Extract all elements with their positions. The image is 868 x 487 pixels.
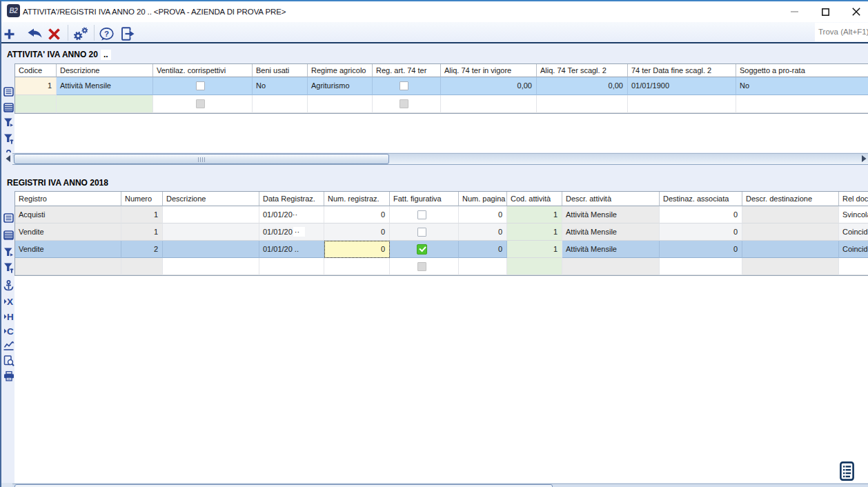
cell-ventilaz-corrispettivi[interactable] <box>153 95 253 113</box>
cell-data-registraz[interactable]: 01/01/20·· <box>259 223 324 241</box>
cell-num-pagina[interactable] <box>459 258 507 275</box>
cell-descrizione[interactable]: Attività Mensile <box>57 77 153 95</box>
print-preview-icon[interactable] <box>3 355 14 366</box>
cell-data-registraz[interactable] <box>259 258 324 275</box>
cell-descr-attivita[interactable] <box>562 258 660 275</box>
cell-cod-attivita[interactable] <box>507 258 562 275</box>
cell-descr-destinazione[interactable] <box>742 258 839 275</box>
chart-icon[interactable] <box>3 341 14 351</box>
exit-button[interactable] <box>119 25 137 43</box>
cell-aliq-74-ter[interactable] <box>441 95 537 113</box>
filter-edit-icon[interactable] <box>3 134 14 144</box>
cell-num-pagina[interactable]: 0 <box>459 241 507 258</box>
cell-cod-attivita[interactable]: 1 <box>507 223 562 241</box>
cell-regime-agricolo[interactable] <box>308 95 373 113</box>
scrollbar-thumb[interactable] <box>14 154 389 164</box>
detach-h-icon[interactable]: H <box>3 311 14 321</box>
cell-rel-doc[interactable]: Coincide <box>839 223 868 241</box>
cell-74-ter-data-fine[interactable] <box>628 95 736 113</box>
cell-fatt-figurativa[interactable] <box>390 241 459 258</box>
column-header-soggetto-pro-rata[interactable]: Soggetto a pro-rata <box>736 64 868 77</box>
grid2-horizontal-scrollbar[interactable] <box>1 483 868 487</box>
settings-button[interactable] <box>72 25 90 43</box>
cell-num-registraz[interactable]: 0 <box>324 206 390 223</box>
column-header-destinaz-associata[interactable]: Destinaz. associata <box>660 192 742 206</box>
cell-descr-attivita[interactable]: Attività Mensile <box>562 241 660 258</box>
cell-beni-usati[interactable] <box>253 95 308 113</box>
cell-descrizione[interactable] <box>163 223 259 241</box>
scrollbar-thumb[interactable] <box>14 484 553 487</box>
column-header-fatt-figurativa[interactable]: Fatt. figurativa <box>390 192 459 206</box>
cell-destinaz-associata[interactable]: 0 <box>660 241 742 258</box>
column-header-numero[interactable]: Numero <box>121 192 163 206</box>
cell-num-registraz-focused[interactable]: 0 <box>324 241 390 258</box>
cell-numero[interactable]: 2 <box>121 241 163 258</box>
add-button[interactable] <box>0 25 18 43</box>
close-button[interactable] <box>845 1 868 22</box>
cell-descrizione[interactable] <box>163 241 259 258</box>
cell-reg-art-74-ter[interactable] <box>373 95 441 113</box>
checkbox-unchecked[interactable] <box>417 210 426 219</box>
column-header-data-registraz[interactable]: Data Registraz. <box>259 192 324 206</box>
cell-data-registraz[interactable]: 01/01/20·· <box>259 206 324 223</box>
help-button[interactable]: ? <box>97 25 115 43</box>
cell-destinaz-associata[interactable]: 0 <box>660 206 742 223</box>
cell-destinaz-associata[interactable]: 0 <box>660 223 742 241</box>
table-view-icon[interactable] <box>3 230 14 240</box>
cell-registro[interactable] <box>15 258 121 275</box>
cell-descrizione[interactable] <box>57 95 153 113</box>
scroll-left-icon[interactable] <box>6 155 11 162</box>
cell-cod-attivita[interactable]: 1 <box>507 241 562 258</box>
column-header-num-pagina[interactable]: Num. pagina <box>459 192 507 206</box>
cell-rel-doc[interactable]: Svincola <box>839 206 868 223</box>
checkbox-unchecked[interactable] <box>196 81 205 90</box>
cell-soggetto-pro-rata[interactable] <box>736 95 868 113</box>
column-header-aliq-74-ter[interactable]: Aliq. 74 ter in vigore <box>441 64 537 77</box>
column-header-cod-attivita[interactable]: Cod. attività <box>507 192 562 206</box>
print-icon[interactable] <box>3 371 14 381</box>
column-header-registro[interactable]: Registro <box>15 192 121 206</box>
cell-regime-agricolo[interactable]: Agriturismo <box>308 77 373 95</box>
column-header-descr-destinazione[interactable]: Descr. destinazione <box>742 192 839 206</box>
document-list-icon[interactable] <box>840 461 854 481</box>
cell-soggetto-pro-rata[interactable]: No <box>736 77 868 95</box>
cell-descr-destinazione[interactable] <box>742 206 839 223</box>
column-header-beni-usati[interactable]: Beni usati <box>253 64 308 77</box>
column-header-ventilaz[interactable]: Ventilaz. corrispettivi <box>153 64 253 77</box>
cell-74-ter-data-fine[interactable]: 01/01/1900 <box>628 77 736 95</box>
cell-cod-attivita[interactable]: 1 <box>507 206 562 223</box>
cell-descr-attivita[interactable]: Attività Mensile <box>562 206 660 223</box>
filter-edit-icon[interactable] <box>3 263 14 273</box>
maximize-button[interactable] <box>813 1 837 22</box>
record-view-icon[interactable] <box>3 86 14 97</box>
cell-numero[interactable]: 1 <box>121 206 163 223</box>
undo-button[interactable] <box>26 25 43 43</box>
cell-registro[interactable]: Acquisti <box>15 206 121 223</box>
cell-num-registraz[interactable] <box>324 258 390 275</box>
cell-aliq-74-ter[interactable]: 0,00 <box>441 77 537 95</box>
cell-numero[interactable]: 1 <box>121 223 163 241</box>
column-header-codice[interactable]: Codice <box>15 64 57 77</box>
cell-num-pagina[interactable]: 0 <box>459 223 507 241</box>
cell-num-registraz[interactable]: 0 <box>324 223 390 241</box>
cell-registro[interactable]: Vendite <box>15 223 121 241</box>
column-header-rel-doc[interactable]: Rel doc. <box>839 192 868 206</box>
cell-data-registraz[interactable]: 01/01/20 .. <box>259 241 324 258</box>
cell-destinaz-associata[interactable] <box>660 258 742 275</box>
column-header-74-ter-data-fine[interactable]: 74 ter Data fine scagl. 2 <box>628 64 736 77</box>
cell-descr-attivita[interactable]: Attività Mensile <box>562 223 660 241</box>
detach-x-icon[interactable]: X <box>3 296 14 306</box>
column-header-regime-agricolo[interactable]: Regime agricolo <box>308 64 373 77</box>
cell-rel-doc[interactable] <box>839 258 868 275</box>
cell-fatt-figurativa[interactable] <box>390 223 459 241</box>
anchor-icon[interactable] <box>3 280 14 290</box>
cell-aliq-74-ter-scagl2[interactable] <box>537 95 628 113</box>
cell-numero[interactable] <box>121 258 163 275</box>
column-header-descrizione[interactable]: Descrizione <box>57 64 153 77</box>
cell-rel-doc[interactable]: Coincide <box>839 241 868 258</box>
column-header-descr-attivita[interactable]: Descr. attività <box>562 192 660 206</box>
cell-codice[interactable]: 1 <box>15 77 57 95</box>
cell-descr-destinazione[interactable] <box>742 223 839 241</box>
column-header-descrizione[interactable]: Descrizione <box>163 192 259 206</box>
cell-beni-usati[interactable]: No <box>253 77 308 95</box>
